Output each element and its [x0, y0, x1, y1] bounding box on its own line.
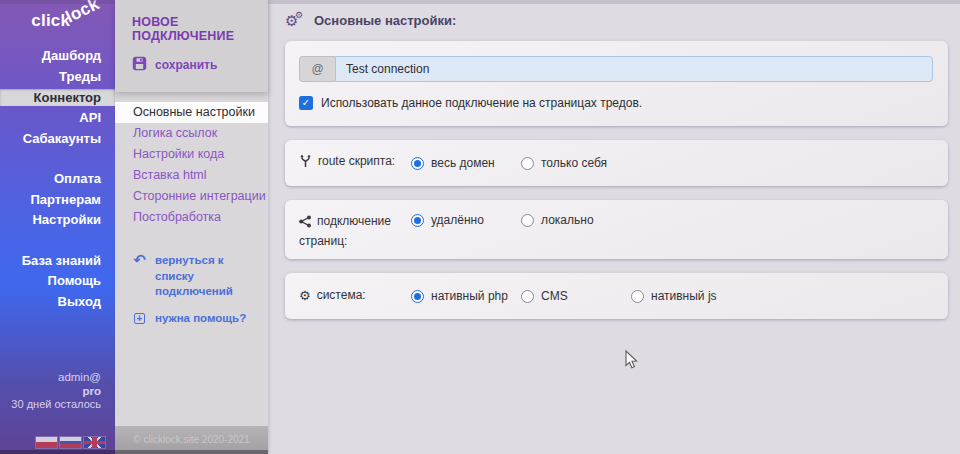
radio-local[interactable]: локально — [521, 213, 631, 227]
radio-icon — [411, 157, 424, 170]
route-icon — [299, 154, 312, 173]
at-sign-addon-icon: @ — [299, 56, 335, 82]
undo-arrow-icon: ↶ — [132, 253, 147, 270]
page-title: Основные настройки: — [314, 13, 456, 28]
sidebar-item-subaccounts[interactable]: Сабакаунты — [0, 129, 115, 150]
sidebar-item-payment[interactable]: Оплата — [0, 169, 115, 190]
sidebar-item-settings[interactable]: Настройки — [0, 210, 115, 231]
uk-flag-icon[interactable] — [84, 437, 105, 448]
copyright-footer: © clicklock.site 2020-2021 — [115, 426, 268, 454]
submenu-item-postprocessing[interactable]: Постобработка — [115, 207, 268, 228]
radio-label: удалённо — [431, 213, 484, 227]
sidebar-item-api[interactable]: API — [0, 108, 115, 129]
use-connection-row: Использовать данное подключение на стран… — [299, 96, 933, 110]
save-button-label: сохранить — [155, 58, 217, 72]
back-to-connections-link[interactable]: ↶ вернуться к списку подключений — [132, 253, 264, 300]
app-logo: clicklock — [0, 0, 115, 40]
save-button[interactable]: сохранить — [132, 56, 268, 74]
route-script-card: route скрипта: весь домен только себя — [285, 140, 948, 186]
radio-label: CMS — [541, 289, 568, 303]
submenu-list: Основные настройки Логика ссылок Настрой… — [115, 92, 268, 228]
settings-gears-icon: ⚙⚙ — [285, 12, 305, 30]
connection-name-input[interactable] — [335, 56, 933, 82]
page-connection-choices: удалённо локально — [411, 213, 631, 227]
sidebar-item-connector[interactable]: Коннектор — [0, 89, 115, 106]
sidebar-item-logout[interactable]: Выход — [0, 292, 115, 313]
sidebar-gap — [0, 231, 115, 251]
sidebar-gap — [0, 149, 115, 169]
main-content: ⚙⚙ Основные настройки: @ Использовать да… — [268, 0, 960, 454]
system-choices: нативный php CMS нативный js — [411, 289, 741, 303]
radio-remote[interactable]: удалённо — [411, 213, 521, 227]
connection-submenu: НОВОЕ ПОДКЛЮЧЕНИЕ сохранить Основные нас… — [115, 0, 268, 454]
page-connection-card: подключение страниц: удалённо локально — [285, 200, 948, 259]
radio-native-php[interactable]: нативный php — [411, 289, 521, 303]
page-connection-label: подключение страниц: — [299, 213, 411, 251]
account-days-left: 30 дней осталось — [11, 398, 101, 412]
radio-whole-domain[interactable]: весь домен — [411, 156, 521, 170]
radio-only-self[interactable]: только себя — [521, 156, 631, 170]
help-plus-icon: + — [132, 311, 147, 327]
gear-icon: ⚙ — [299, 287, 311, 306]
poland-flag-icon[interactable] — [36, 437, 57, 448]
radio-icon — [631, 290, 644, 303]
logo-lock: lock — [63, 0, 103, 27]
connection-name-card: @ Использовать данное подключение на стр… — [285, 41, 948, 126]
need-help-link[interactable]: + нужна помощь? — [132, 311, 264, 327]
account-plan: pro — [11, 384, 101, 398]
use-connection-checkbox[interactable] — [299, 96, 313, 110]
account-info: admin@ pro 30 дней осталось — [11, 370, 101, 413]
radio-label: локально — [541, 213, 594, 227]
system-text: система: — [317, 288, 366, 302]
radio-icon — [521, 157, 534, 170]
page-connection-text: подключение страниц: — [299, 214, 391, 248]
route-script-text: route скрипта: — [318, 154, 395, 168]
sidebar-item-knowledge-base[interactable]: База знаний — [0, 251, 115, 272]
back-to-connections-label: вернуться к списку подключений — [155, 253, 264, 300]
russia-flag-icon[interactable] — [60, 437, 81, 448]
radio-label: весь домен — [431, 156, 495, 170]
radio-cms[interactable]: CMS — [521, 289, 631, 303]
submenu-item-html-insert[interactable]: Вставка html — [115, 165, 268, 186]
connection-name-group: @ — [299, 56, 933, 82]
radio-icon — [521, 290, 534, 303]
radio-icon — [411, 290, 424, 303]
submenu-title: НОВОЕ ПОДКЛЮЧЕНИЕ — [115, 0, 268, 43]
system-label: ⚙система: — [299, 287, 411, 306]
sidebar-nav: Дашборд Треды Коннектор API Сабакаунты О… — [0, 46, 115, 312]
sidebar-item-help[interactable]: Помощь — [0, 271, 115, 292]
radio-label: только себя — [541, 156, 607, 170]
route-script-label: route скрипта: — [299, 153, 411, 173]
language-switcher — [36, 437, 105, 448]
route-script-choices: весь домен только себя — [411, 156, 631, 170]
system-card: ⚙система: нативный php CMS нативный js — [285, 273, 948, 319]
use-connection-label: Использовать данное подключение на стран… — [321, 96, 642, 110]
submenu-item-integrations[interactable]: Сторонние интеграции — [115, 186, 268, 207]
radio-label: нативный js — [651, 289, 717, 303]
submenu-item-link-logic[interactable]: Логика ссылок — [115, 123, 268, 144]
share-icon — [299, 215, 311, 233]
app-window: clicklock Дашборд Треды Коннектор API Са… — [0, 0, 960, 454]
submenu-header: НОВОЕ ПОДКЛЮЧЕНИЕ сохранить — [115, 0, 268, 92]
radio-label: нативный php — [431, 289, 508, 303]
save-floppy-icon — [132, 56, 147, 74]
submenu-item-code-settings[interactable]: Настройки кода — [115, 144, 268, 165]
submenu-item-general-settings[interactable]: Основные настройки — [115, 102, 268, 123]
radio-native-js[interactable]: нативный js — [631, 289, 741, 303]
account-email: admin@ — [11, 370, 101, 384]
sidebar-item-threads[interactable]: Треды — [0, 67, 115, 88]
sidebar-item-dashboard[interactable]: Дашборд — [0, 46, 115, 67]
submenu-links: ↶ вернуться к списку подключений + нужна… — [115, 253, 268, 326]
radio-icon — [521, 214, 534, 227]
page-header: ⚙⚙ Основные настройки: — [285, 0, 960, 41]
need-help-label: нужна помощь? — [155, 311, 246, 327]
sidebar-item-partners[interactable]: Партнерам — [0, 190, 115, 211]
radio-icon — [411, 214, 424, 227]
sidebar: clicklock Дашборд Треды Коннектор API Са… — [0, 0, 115, 454]
